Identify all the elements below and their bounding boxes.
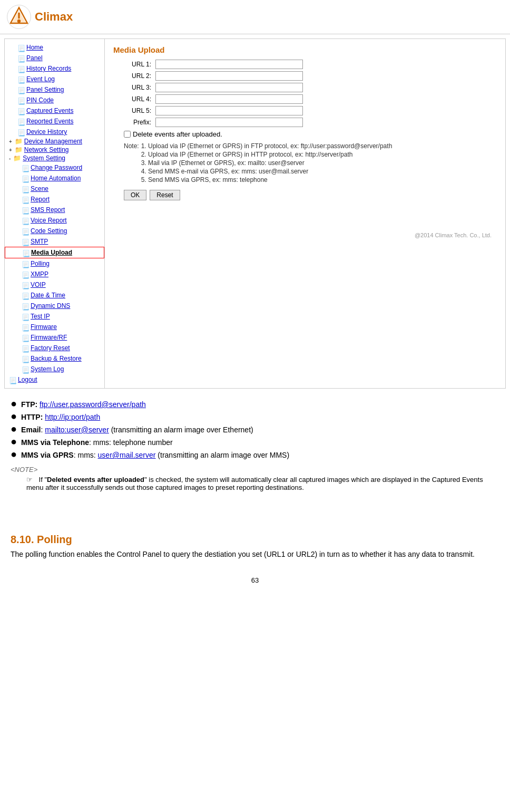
factory-reset-link[interactable]: Factory Reset — [31, 343, 70, 353]
sidebar-item-factory-reset[interactable]: 📃 Factory Reset — [5, 343, 104, 353]
smtp-link[interactable]: SMTP — [31, 237, 48, 246]
expand-icon-system: - — [9, 156, 11, 161]
polling-link[interactable]: Polling — [31, 259, 50, 268]
mms-gprs-link[interactable]: user@mail.server — [98, 451, 156, 459]
voip-link[interactable]: VOIP — [31, 280, 46, 289]
sidebar-item-captured-events[interactable]: 📃 Captured Events — [5, 105, 104, 116]
change-password-link[interactable]: Change Password — [31, 163, 82, 172]
backup-restore-link[interactable]: Backup & Restore — [31, 354, 82, 363]
system-folder-icon: 📁 — [13, 154, 21, 162]
sidebar-item-voice-report[interactable]: 📃 Voice Report — [5, 215, 104, 226]
sidebar-item-home-automation[interactable]: 📃 Home Automation — [5, 173, 104, 183]
url3-input[interactable] — [155, 83, 303, 92]
sidebar-item-sms-report[interactable]: 📃 SMS Report — [5, 205, 104, 215]
sidebar-item-pin-code[interactable]: 📃 PIN Code — [5, 95, 104, 105]
delete-events-checkbox[interactable] — [124, 131, 131, 138]
firmware-link[interactable]: Firmware — [31, 322, 57, 332]
sidebar-item-panel[interactable]: 📃 Panel — [5, 53, 104, 63]
sidebar-item-code-setting[interactable]: 📃 Code Setting — [5, 226, 104, 236]
sidebar-item-scene[interactable]: 📃 Scene — [5, 183, 104, 194]
sidebar-item-voip[interactable]: 📃 VOIP — [5, 279, 104, 290]
sidebar-item-history-records[interactable]: 📃 History Records — [5, 63, 104, 74]
sidebar-item-system-log[interactable]: 📃 System Log — [5, 364, 104, 374]
sidebar-item-event-log[interactable]: 📃 Event Log — [5, 74, 104, 84]
sidebar-item-system-setting[interactable]: - 📁 System Setting — [5, 154, 104, 162]
code-setting-link[interactable]: Code Setting — [31, 226, 67, 236]
reported-events-link[interactable]: Reported Events — [26, 117, 73, 126]
network-setting-link[interactable]: Network Setting — [24, 146, 69, 153]
panel-setting-link[interactable]: Panel Setting — [26, 85, 64, 94]
copyright-text: @2014 Climax Tech. Co., Ltd. — [113, 232, 497, 238]
history-records-link[interactable]: History Records — [26, 64, 71, 73]
home-link[interactable]: Home — [26, 43, 43, 52]
url5-input[interactable] — [155, 106, 303, 115]
url5-row: URL 5: — [124, 106, 497, 115]
eventlog-file-icon: 📃 — [17, 75, 25, 83]
sidebar-item-network-setting[interactable]: + 📁 Network Setting — [5, 146, 104, 154]
http-item: ● HTTP: http://ip:port/path — [11, 411, 499, 421]
delete-events-row: Delete events after uploaded. — [124, 130, 497, 138]
home-automation-link[interactable]: Home Automation — [31, 173, 81, 183]
logout-link[interactable]: Logout — [18, 375, 37, 384]
system-log-link[interactable]: System Log — [31, 364, 64, 374]
sidebar-item-backup-restore[interactable]: 📃 Backup & Restore — [5, 353, 104, 364]
email-label: Email: mailto:user@server (transmitting … — [21, 426, 253, 434]
panel-file-icon: 📃 — [17, 54, 25, 62]
sidebar-item-polling[interactable]: 📃 Polling — [5, 258, 104, 269]
test-ip-link[interactable]: Test IP — [31, 312, 50, 321]
device-management-link[interactable]: Device Management — [24, 138, 82, 145]
sidebar-item-home[interactable]: 📃 Home — [5, 42, 104, 53]
mediaupload-file-icon: 📃 — [22, 249, 30, 256]
captured-events-link[interactable]: Captured Events — [26, 106, 73, 115]
note-label: Note: — [124, 142, 139, 185]
sidebar-item-test-ip[interactable]: 📃 Test IP — [5, 311, 104, 322]
url4-label: URL 4: — [124, 95, 155, 103]
http-link[interactable]: http://ip:port/path — [45, 413, 100, 421]
url3-row: URL 3: — [124, 83, 497, 92]
sidebar-item-panel-setting[interactable]: 📃 Panel Setting — [5, 84, 104, 95]
sidebar-item-reported-events[interactable]: 📃 Reported Events — [5, 116, 104, 127]
email-link[interactable]: mailto:user@server — [45, 426, 109, 434]
sidebar-item-change-password[interactable]: 📃 Change Password — [5, 162, 104, 173]
email-item: ● Email: mailto:user@server (transmittin… — [11, 423, 499, 434]
url4-input[interactable] — [155, 94, 303, 104]
scene-link[interactable]: Scene — [31, 184, 48, 194]
sidebar-item-firmware-rf[interactable]: 📃 Firmware/RF — [5, 332, 104, 343]
ftp-label: FTP: ftp://user.password@server/path — [21, 400, 146, 409]
ftp-link[interactable]: ftp://user.password@server/path — [40, 400, 146, 409]
voice-report-link[interactable]: Voice Report — [31, 216, 67, 225]
url2-input[interactable] — [155, 71, 303, 81]
sidebar-item-logout[interactable]: 📃 Logout — [5, 374, 104, 385]
pin-code-link[interactable]: PIN Code — [26, 95, 54, 105]
mms-tel-label: MMS via Telephone: mms: telephone number — [21, 438, 173, 447]
sms-report-link[interactable]: SMS Report — [31, 205, 65, 215]
system-setting-link[interactable]: System Setting — [23, 154, 65, 162]
sidebar-item-device-history[interactable]: 📃 Device History — [5, 127, 104, 137]
reset-button[interactable]: Reset — [150, 190, 180, 200]
note-body: ☞ If "Deleted events after uploaded" is … — [26, 476, 499, 491]
media-upload-link[interactable]: Media Upload — [31, 248, 72, 257]
sidebar-item-smtp[interactable]: 📃 SMTP — [5, 236, 104, 247]
report-link[interactable]: Report — [31, 195, 50, 204]
url5-label: URL 5: — [124, 107, 155, 114]
event-log-link[interactable]: Event Log — [26, 74, 55, 84]
sidebar-item-date-time[interactable]: 📃 Date & Time — [5, 290, 104, 301]
sidebar-item-xmpp[interactable]: 📃 XMPP — [5, 269, 104, 279]
sidebar-item-media-upload[interactable]: 📃 Media Upload — [5, 247, 104, 258]
sidebar-item-dynamic-dns[interactable]: 📃 Dynamic DNS — [5, 301, 104, 311]
firmware-rf-link[interactable]: Firmware/RF — [31, 333, 67, 342]
sidebar-item-report[interactable]: 📃 Report — [5, 194, 104, 205]
logo-text: Climax — [35, 10, 73, 24]
url1-input[interactable] — [155, 60, 303, 69]
sidebar-item-firmware[interactable]: 📃 Firmware — [5, 322, 104, 332]
panel-link[interactable]: Panel — [26, 53, 43, 63]
sidebar-item-device-management[interactable]: + 📁 Device Management — [5, 137, 104, 146]
svg-point-3 — [17, 20, 21, 23]
ok-button[interactable]: OK — [124, 190, 146, 200]
prefix-input[interactable] — [155, 118, 303, 127]
xmpp-link[interactable]: XMPP — [31, 269, 48, 279]
date-time-link[interactable]: Date & Time — [31, 291, 65, 300]
dynamic-dns-link[interactable]: Dynamic DNS — [31, 301, 70, 311]
device-history-link[interactable]: Device History — [26, 127, 67, 137]
bullet-dot-http: ● — [11, 411, 17, 421]
